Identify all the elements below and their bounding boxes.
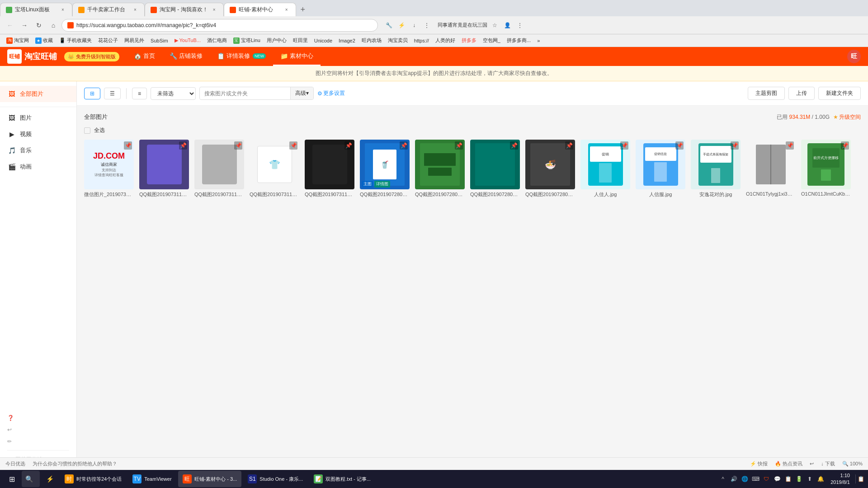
list-item[interactable]: 📌 QQ截图2019073113.... bbox=[305, 140, 354, 198]
filter-select[interactable]: 未筛选 bbox=[151, 87, 196, 100]
bookmark-taobao-mabei[interactable]: 淘宝卖贝 bbox=[385, 36, 410, 45]
bookmark-icon[interactable]: ☆ bbox=[489, 20, 500, 31]
bookmark-wangyijianwai[interactable]: 网易见外 bbox=[122, 36, 147, 45]
tab-2[interactable]: 千牛卖家工作台 × bbox=[72, 3, 145, 16]
bookmark-pinduoduo2[interactable]: 拼多多商... bbox=[504, 36, 533, 45]
list-item[interactable]: 促销信息 📌 人信服.jpg bbox=[636, 140, 685, 198]
bookmark-more[interactable]: » bbox=[534, 37, 542, 44]
tray-icon-6[interactable]: 🔋 bbox=[794, 474, 803, 483]
theme-clip-button[interactable]: 主题剪图 bbox=[748, 87, 785, 100]
list-item[interactable]: 🥤 📌 主图 详情图 QQ截图2019072800.... bbox=[360, 140, 410, 198]
tray-icon-4[interactable]: 💬 bbox=[773, 474, 782, 483]
taskbar-search[interactable]: 🔍 bbox=[22, 471, 40, 487]
sidebar-item-images[interactable]: 🖼 图片 bbox=[0, 110, 76, 126]
tab-1[interactable]: 宝塔Linux面板 × bbox=[0, 3, 72, 16]
bookmark-https[interactable]: https:// bbox=[411, 37, 432, 44]
sidebar-item-video[interactable]: ▶ 视频 bbox=[0, 126, 76, 142]
upload-button[interactable]: 上传 bbox=[788, 87, 815, 100]
tab-close-4[interactable]: × bbox=[283, 6, 290, 14]
bottom-undo[interactable]: ↩ bbox=[810, 461, 814, 467]
bottom-zoom[interactable]: 🔍 100% bbox=[842, 461, 863, 467]
back-button[interactable]: ← bbox=[4, 19, 16, 32]
bookmark-kongbao[interactable]: 空包网_ bbox=[480, 36, 503, 45]
list-item[interactable]: 前开式方便挪移 📌 O1CN011JImtCuKbk.... bbox=[801, 140, 851, 198]
bookmark-wangnei[interactable]: 旺内农场 bbox=[359, 36, 384, 45]
forward-button[interactable]: → bbox=[18, 19, 31, 32]
select-all-label[interactable]: 全选 bbox=[94, 127, 105, 134]
tray-icon-1[interactable]: 🔊 bbox=[729, 474, 738, 483]
new-tab-button[interactable]: + bbox=[296, 3, 310, 16]
tray-icon-8[interactable]: 🔔 bbox=[816, 474, 825, 483]
more-settings-button[interactable]: ⚙ 更多设置 bbox=[317, 89, 345, 97]
view-grid-button[interactable]: ⊞ bbox=[84, 88, 100, 99]
list-item[interactable]: 📌 QQ截图2019072800.... bbox=[470, 140, 520, 198]
sidebar-edit[interactable]: ✏ bbox=[7, 436, 69, 447]
upgrade-space-button[interactable]: ★ 升级空间 bbox=[833, 113, 861, 121]
list-item[interactable]: 📌 O1CN01TyIygj1xi3S.... bbox=[746, 140, 796, 198]
bookmark-collect[interactable]: ★ 收藏 bbox=[33, 36, 56, 45]
select-all-checkbox[interactable] bbox=[84, 127, 90, 134]
show-desktop-button[interactable]: 📋 bbox=[855, 474, 864, 483]
nav-material[interactable]: 📁 素材中心 bbox=[273, 47, 321, 66]
list-item[interactable]: 📌 QQ截图2019073113.... bbox=[194, 140, 244, 198]
list-item[interactable]: 🍜 📌 QQ截图2019072800.... bbox=[525, 140, 575, 198]
taskbar-clock[interactable]: 1:10 2019/8/1 bbox=[827, 472, 854, 486]
tray-icon-5[interactable]: 📋 bbox=[783, 474, 793, 483]
tab-close-3[interactable]: × bbox=[211, 6, 218, 14]
taskbar-app-4[interactable]: S1 Studio One - 康乐... bbox=[243, 471, 307, 487]
list-item[interactable]: 手提式单面海报架 📌 安逸花对的.jpg bbox=[691, 140, 741, 198]
bottom-article[interactable]: 为什么你会习惯性的拒绝他人的帮助？ bbox=[33, 460, 117, 467]
nav-detail[interactable]: 📋 详情装修 NEW bbox=[210, 47, 273, 66]
bookmark-subsim[interactable]: SubSim bbox=[148, 37, 171, 44]
view-list-button[interactable]: ☰ bbox=[104, 88, 121, 99]
list-item[interactable]: 📌 QQ截图2019072800.... bbox=[415, 140, 465, 198]
list-item[interactable]: 📌 QQ截图2019073113.... bbox=[139, 140, 189, 198]
start-button[interactable]: ⊞ bbox=[4, 471, 20, 487]
nav-decor[interactable]: 🔧 店铺装修 bbox=[162, 47, 210, 66]
view-detail-button[interactable]: ≡ bbox=[132, 88, 147, 99]
bookmark-image2[interactable]: Image2 bbox=[336, 37, 358, 44]
extension-icon-3[interactable]: ↓ bbox=[409, 20, 420, 31]
taskbar-app-1[interactable]: 时 时常彷徨等24个会话 bbox=[60, 471, 126, 487]
bookmark-pinduoduo[interactable]: 拼多多 bbox=[459, 36, 479, 45]
bookmark-taobao[interactable]: 淘 淘宝网 bbox=[4, 36, 32, 45]
sidebar-history[interactable]: ↩ bbox=[7, 424, 69, 436]
bookmark-wangtianli[interactable]: 旺田里 bbox=[290, 36, 311, 45]
bookmark-user-center[interactable]: 用户中心 bbox=[264, 36, 289, 45]
tray-show-hidden[interactable]: ^ bbox=[718, 474, 727, 483]
address-bar[interactable]: https://sucai.wangpu.taobao.com/#/manage… bbox=[61, 19, 378, 32]
extension-icon-4[interactable]: ⋮ bbox=[421, 20, 432, 31]
taskbar-app-3[interactable]: 旺 旺铺-素材中心 - 3... bbox=[178, 471, 242, 487]
list-item[interactable]: JD.COM 诚信商家 支持到达 详情查询旺旺客服 📌 微信图片_2019073… bbox=[84, 140, 134, 198]
extension-icon-1[interactable]: 🔧 bbox=[383, 20, 394, 31]
bottom-today-picks[interactable]: 今日优选 bbox=[5, 460, 25, 467]
home-button[interactable]: ⌂ bbox=[47, 19, 60, 32]
tab-3[interactable]: 淘宝网 - 淘我喜欢！ × bbox=[145, 3, 224, 16]
account-icon[interactable]: 👤 bbox=[502, 20, 513, 31]
menu-icon[interactable]: ⋮ bbox=[514, 20, 525, 31]
bookmark-renlei[interactable]: 人类的好 bbox=[433, 36, 458, 45]
bookmark-unicode[interactable]: Unicode bbox=[311, 37, 335, 44]
bookmark-youtube[interactable]: ▶ YouTuB... bbox=[172, 37, 203, 44]
bookmark-mobile[interactable]: 📱 手机收藏夹 bbox=[57, 36, 94, 45]
list-item[interactable]: 👕 📌 QQ截图2019073113.... bbox=[250, 140, 299, 198]
tray-icon-2[interactable]: 🌐 bbox=[740, 474, 749, 483]
sidebar-item-animation[interactable]: 🎬 动画 bbox=[0, 159, 76, 175]
sidebar-help[interactable]: ❓ bbox=[7, 412, 69, 424]
advanced-search-button[interactable]: 高级▾ bbox=[290, 87, 313, 99]
nav-home[interactable]: 🏠 首页 bbox=[127, 47, 162, 66]
bookmark-baota[interactable]: 宝 宝塔Linu bbox=[231, 36, 263, 45]
bottom-flash[interactable]: ⚡ 快报 bbox=[750, 460, 768, 467]
bottom-hot[interactable]: 🔥 热点资讯 bbox=[775, 460, 802, 467]
taskbar-app-2[interactable]: TV TeamViewer bbox=[128, 471, 176, 487]
upgrade-button[interactable]: 👑 免费升级到智能版 bbox=[64, 52, 119, 61]
tray-icon-3[interactable]: ⌨ bbox=[751, 474, 760, 483]
taskbar-app-5[interactable]: 📝 双图教程.txt - 记事... bbox=[309, 471, 375, 487]
sidebar-item-music[interactable]: 🎵 音乐 bbox=[0, 142, 76, 159]
extension-icon-2[interactable]: ⚡ bbox=[396, 20, 407, 31]
bookmark-jiuren[interactable]: 酒仁电商 bbox=[204, 36, 230, 45]
sidebar-item-all-images[interactable]: 🖼 全部图片 bbox=[0, 86, 76, 102]
search-input[interactable] bbox=[200, 88, 290, 99]
tab-close-2[interactable]: × bbox=[132, 6, 139, 14]
new-folder-button[interactable]: 新建文件夹 bbox=[818, 87, 861, 100]
